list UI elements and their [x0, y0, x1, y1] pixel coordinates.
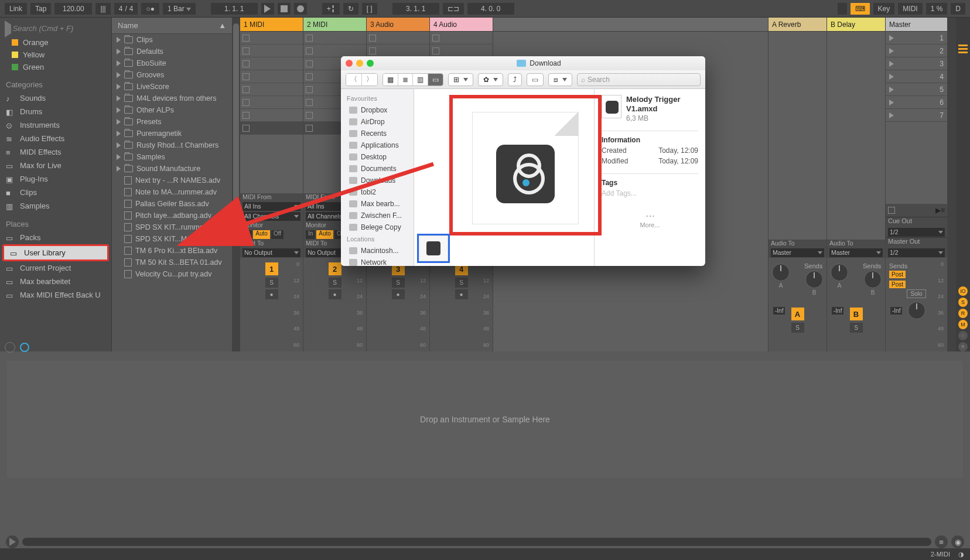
bottom-scrollbar[interactable]: ≡ ◉ — [6, 535, 964, 548]
return-header[interactable]: B Delay — [827, 18, 885, 32]
return-activator-button[interactable]: B — [850, 308, 863, 320]
finder-favourite[interactable]: Recents — [341, 128, 414, 139]
scene-play-icon[interactable] — [889, 61, 894, 67]
clip-stop-icon[interactable] — [243, 73, 250, 80]
action-button[interactable]: ✿ — [478, 73, 503, 86]
track-header[interactable]: 1 MIDI — [240, 18, 303, 32]
finder-favourite[interactable]: Max bearb... — [341, 198, 414, 210]
clip-stop-icon[interactable] — [369, 47, 376, 54]
crossfade-toggle[interactable]: ○ — [958, 331, 968, 340]
send-b-knob[interactable] — [864, 271, 882, 288]
browser-file[interactable]: Velocity Cu...put try.adv — [112, 268, 232, 280]
browser-folder[interactable]: Samples — [112, 151, 232, 163]
clip-stop-icon[interactable] — [432, 47, 439, 54]
arm-button[interactable]: ● — [455, 289, 468, 299]
input-type-select[interactable]: All Ins — [243, 202, 300, 211]
window-zoom-icon[interactable] — [367, 60, 374, 67]
group-button[interactable]: ⊞ — [448, 73, 473, 86]
post-b[interactable]: Post — [889, 281, 906, 288]
file-thumbnail[interactable] — [419, 235, 448, 261]
scene-launch[interactable]: 3 — [886, 57, 947, 70]
back-button[interactable]: 〈 — [346, 74, 362, 86]
gallery-view-icon[interactable]: ▭ — [428, 74, 443, 86]
tag-orange[interactable]: Orange — [0, 36, 111, 49]
browser-folder[interactable]: Grooves — [112, 69, 232, 81]
browser-file[interactable]: Pitch laye...adbang.adv — [112, 210, 232, 221]
window-close-icon[interactable] — [346, 60, 353, 67]
clip-slot[interactable] — [240, 83, 303, 96]
clip-stop-icon[interactable] — [306, 112, 313, 119]
finder-location[interactable]: Macintosh... — [341, 245, 414, 257]
browser-folder[interactable]: Defaults — [112, 46, 232, 57]
clip-slot[interactable] — [303, 45, 366, 57]
arm-button[interactable]: ● — [265, 289, 278, 299]
scene-launch[interactable]: 4 — [886, 70, 947, 83]
clip-slot[interactable] — [240, 96, 303, 109]
disclosure-icon[interactable] — [117, 72, 121, 78]
send-b-knob[interactable] — [805, 271, 823, 288]
disclosure-icon[interactable] — [117, 166, 121, 172]
solo-button[interactable]: S — [455, 278, 468, 288]
finder-favourite[interactable]: Downloads — [341, 175, 414, 186]
return-track[interactable]: B DelayAudio ToMasterASendsB-InfBS — [827, 18, 886, 351]
disclosure-icon[interactable] — [117, 119, 121, 125]
track[interactable]: 1 MIDIMIDI FromAll InsAll ChannelsMonito… — [240, 18, 303, 351]
scene-launch[interactable]: 5 — [886, 83, 947, 96]
midi-map-button[interactable]: MIDI — [898, 3, 922, 15]
clip-stop-icon[interactable] — [306, 35, 313, 42]
browser-folder[interactable]: LiveScore — [112, 81, 232, 93]
category-max-for-live[interactable]: ▭Max for Live — [0, 159, 111, 172]
finder-favourite[interactable]: tobi2 — [341, 186, 414, 198]
dropbox-button[interactable]: ⧈ — [548, 73, 572, 86]
share-button[interactable]: ⤴ — [508, 73, 522, 86]
time-signature[interactable]: 4/4 — [114, 3, 138, 15]
finder-search[interactable]: ⌕ Search — [577, 73, 701, 86]
scene-play-icon[interactable] — [889, 48, 894, 54]
sends-section-toggle[interactable]: S — [958, 298, 968, 307]
clip-stop-row[interactable] — [240, 122, 303, 135]
arrangement-view-indicator[interactable] — [958, 45, 968, 46]
browser-scrollbar[interactable] — [232, 18, 240, 351]
dot-toggle[interactable]: ○● — [141, 3, 159, 15]
browser-file[interactable]: Next try - ...R NAMES.adv — [112, 175, 232, 186]
solo-button[interactable]: S — [392, 278, 405, 288]
post-a[interactable]: Post — [889, 271, 906, 278]
clip-stop-icon[interactable] — [243, 47, 250, 54]
clip-slot[interactable] — [240, 70, 303, 83]
place-max-midi-effect-back-u[interactable]: ▭Max MIDI Effect Back U — [0, 288, 111, 302]
monitor-in-button[interactable]: In — [306, 230, 315, 239]
clip-stop-icon[interactable] — [306, 60, 313, 67]
monitor-off-button[interactable]: Off — [271, 230, 284, 239]
clip-detail-icon[interactable]: ≡ — [935, 535, 948, 548]
browser-file[interactable]: TM 50 Kit S...BETA 01.adv — [112, 257, 232, 268]
clip-slot[interactable] — [240, 57, 303, 70]
device-detail-icon[interactable]: ◉ — [951, 535, 964, 548]
clip-stop-icon[interactable] — [243, 35, 250, 42]
master-pan-knob[interactable] — [908, 302, 925, 319]
clip-slot[interactable] — [240, 32, 303, 45]
tap-button[interactable]: Tap — [30, 3, 51, 15]
finder-favourite[interactable]: Documents — [341, 163, 414, 175]
more-button[interactable]: More... — [602, 210, 698, 228]
master-track[interactable]: Master 1234567 ▶≡ Cue Out 1/2 Master Out… — [886, 18, 948, 351]
return-solo-button[interactable]: S — [791, 323, 804, 333]
scene-launch[interactable]: 6 — [886, 96, 947, 109]
category-clips[interactable]: ■Clips — [0, 186, 111, 199]
scene-launch[interactable]: 1 — [886, 32, 947, 45]
clip-slot[interactable] — [303, 32, 366, 45]
monitor-auto-button[interactable]: Auto — [316, 230, 333, 239]
loop-length[interactable]: 4. 0. 0 — [467, 3, 514, 15]
return-activator-button[interactable]: A — [791, 308, 804, 320]
finder-window[interactable]: Download 〈 〉 ▦ ≣ ▥ ▭ ⊞ ✿ ⤴ ▭ ⧈ ⌕ Search … — [341, 56, 705, 266]
finder-favourite[interactable]: Desktop — [341, 151, 414, 163]
clip-stop-icon[interactable] — [243, 86, 250, 93]
category-samples[interactable]: ▥Samples — [0, 199, 111, 213]
clip-stop-icon[interactable] — [306, 73, 313, 80]
category-sounds[interactable]: ♪Sounds — [0, 91, 111, 105]
nav-buttons[interactable]: 〈 〉 — [346, 73, 378, 86]
browser-folder[interactable]: Sound Manufacture — [112, 163, 232, 175]
clip-slot[interactable] — [240, 109, 303, 122]
scene-launch[interactable]: 7 — [886, 109, 947, 122]
forward-button[interactable]: 〉 — [362, 74, 377, 86]
browser-folder[interactable]: Puremagnetik — [112, 128, 232, 139]
